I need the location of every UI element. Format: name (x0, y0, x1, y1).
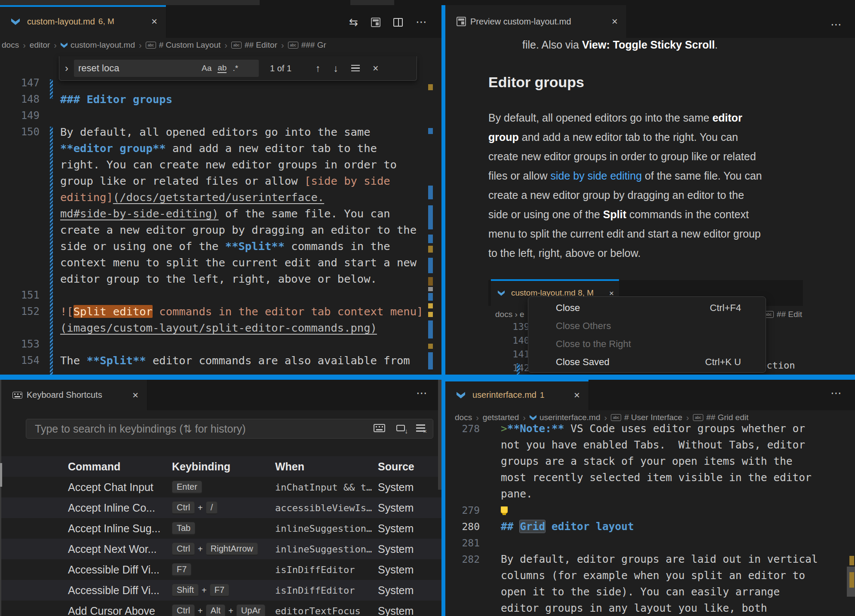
table-row[interactable]: Accept Inline Sug...TabinlineSuggestion…… (0, 518, 441, 539)
clear-search-icon[interactable] (416, 424, 425, 433)
split-editor-icon[interactable] (393, 18, 403, 27)
plus-separator: + (198, 606, 203, 616)
keybinding-cell: Enter (172, 477, 274, 497)
table-row[interactable]: Accessible Diff Vi...F7isInDiffEditorSys… (0, 559, 441, 580)
overview-ruler-mark (428, 128, 433, 134)
table-row[interactable]: Accept Inline Co...Ctrl+/accessibleViewI… (0, 497, 441, 518)
vertical-sash[interactable] (441, 5, 445, 616)
keyboard-icon (12, 392, 22, 399)
more-actions-icon[interactable]: ⋯ (416, 387, 428, 400)
breadcrumb-item[interactable]: ### Gr (301, 40, 326, 50)
table-row[interactable]: Accessible Diff Vi...Shift+F7isInDiffEdi… (0, 580, 441, 601)
when-cell: editorTextFocus (275, 601, 361, 616)
find-expand-icon[interactable]: › (59, 62, 74, 74)
table-row[interactable]: Add Cursor AboveCtrl+Alt+UpAreditorTextF… (0, 601, 441, 616)
header-source[interactable]: Source (378, 456, 414, 477)
menu-item-label: Close (556, 302, 580, 314)
overview-ruler-mark (428, 352, 433, 369)
regex-icon[interactable]: .* (233, 64, 238, 73)
tab-custom-layout[interactable]: custom-layout.md 6, M × (0, 5, 166, 38)
overview-ruler-mark (428, 246, 433, 253)
tab-userinterface[interactable]: userinterface.md 1 × (445, 380, 589, 410)
line-number: 278 (445, 421, 480, 437)
breadcrumb-item[interactable]: ## Editor (245, 40, 277, 50)
markdown-file-icon (457, 392, 465, 399)
header-keybinding[interactable]: Keybinding (172, 456, 274, 477)
horizontal-sash[interactable] (0, 375, 855, 380)
breadcrumb[interactable]: docs›editor›custom-layout.md›abc# Custom… (2, 38, 440, 52)
breadcrumb-item[interactable]: docs (2, 40, 19, 50)
more-actions-icon[interactable]: ⋯ (416, 15, 427, 29)
source-cell: System (378, 497, 414, 518)
line-number: 147 (0, 75, 40, 91)
line-number: 279 (445, 502, 480, 518)
close-icon[interactable]: × (150, 16, 158, 27)
breadcrumb-item[interactable]: editor (30, 40, 50, 50)
record-keys-keyboard-icon[interactable] (374, 424, 385, 434)
key-chip: Shift (172, 584, 199, 597)
sort-by-precedence-icon[interactable] (396, 425, 405, 433)
preview-line: side or using one of the Split commands … (488, 205, 762, 224)
line-number: 139 (504, 321, 530, 332)
open-changes-icon[interactable]: ⇆ (349, 16, 358, 28)
preview-heading: Editor groups (488, 74, 584, 91)
modified-lines-indicator (50, 127, 53, 375)
find-input[interactable] (74, 63, 199, 74)
menu-item-close-saved[interactable]: Close SavedCtrl+K U (528, 353, 766, 371)
find-next-icon[interactable]: ↓ (334, 63, 339, 74)
tab-bar: Keyboard Shortcuts × (0, 380, 441, 410)
table-row[interactable]: Accept Next Wor...Ctrl+RightArrowinlineS… (0, 539, 441, 559)
more-actions-icon[interactable]: ⋯ (830, 387, 843, 400)
markdown-file-icon (61, 43, 67, 48)
command-cell: Accept Inline Co... (68, 497, 155, 518)
overview-ruler-mark (428, 312, 433, 317)
markdown-file-icon (498, 290, 505, 296)
menu-item-close-to-the-right: Close to the Right (528, 335, 766, 353)
header-when[interactable]: When (275, 456, 304, 477)
tab-preview-custom-layout[interactable]: Preview custom-layout.md × (445, 5, 627, 38)
line-number: 150 (0, 124, 40, 140)
header-command[interactable]: Command (68, 456, 120, 477)
scrollbar-thumb[interactable] (438, 380, 441, 490)
preview-intro: file. Also via View: Toggle Sticky Scrol… (522, 35, 718, 55)
table-row[interactable]: Accept Chat InputEnterinChatInput && t…S… (0, 477, 441, 497)
open-preview-icon[interactable] (371, 18, 380, 27)
tab-keyboard-shortcuts[interactable]: Keyboard Shortcuts × (1, 380, 147, 410)
overview-ruler-mark (428, 84, 433, 90)
editor-actions: ⇆ ⋯ (349, 15, 427, 29)
chevron-right-icon: › (139, 40, 142, 50)
menu-item-close[interactable]: CloseCtrl+F4 (528, 299, 766, 317)
close-icon[interactable]: × (132, 390, 139, 400)
tab-label: Keyboard Shortcuts (27, 390, 102, 400)
line-number: 154 (0, 352, 40, 369)
chevron-right-icon: › (281, 40, 284, 50)
preview-line: file. Also via View: Toggle Sticky Scrol… (522, 35, 718, 55)
preview-line: files or allow side by side editing of t… (488, 166, 762, 186)
modified-lines-indicator (50, 79, 53, 99)
line-number: 281 (445, 535, 480, 551)
find-close-icon[interactable]: × (373, 63, 378, 74)
abc-symbol-icon: abc (146, 42, 156, 49)
close-icon[interactable]: × (573, 390, 581, 400)
overview-ruler (849, 380, 854, 616)
key-chip: Ctrl (172, 604, 195, 616)
whole-word-icon[interactable]: ab (218, 64, 227, 73)
find-previous-icon[interactable]: ↑ (316, 63, 321, 74)
menu-item-close-others: Close Others (528, 317, 766, 335)
tab-context-menu: CloseCtrl+F4Close OthersClose to the Rig… (528, 296, 766, 373)
when-cell: isInDiffEditor (275, 580, 355, 601)
breadcrumb-item[interactable]: # Custom Layout (159, 40, 221, 50)
close-icon[interactable]: × (611, 16, 619, 27)
keybinding-cell: Tab (172, 518, 274, 539)
keybindings-search-input[interactable] (26, 423, 368, 435)
scrollbar-thumb[interactable] (0, 463, 2, 487)
match-case-icon[interactable]: Aa (202, 64, 211, 73)
command-cell: Accept Next Wor... (68, 539, 157, 559)
breadcrumb-item[interactable]: custom-layout.md (70, 40, 135, 50)
overview-ruler-mark (428, 205, 433, 229)
when-cell: inChatInput && t… (275, 477, 372, 497)
more-actions-icon[interactable]: ⋯ (830, 18, 843, 31)
find-in-selection-icon[interactable] (351, 63, 360, 74)
when-cell: inlineSuggestion… (275, 539, 372, 559)
key-chip: F7 (172, 563, 191, 576)
